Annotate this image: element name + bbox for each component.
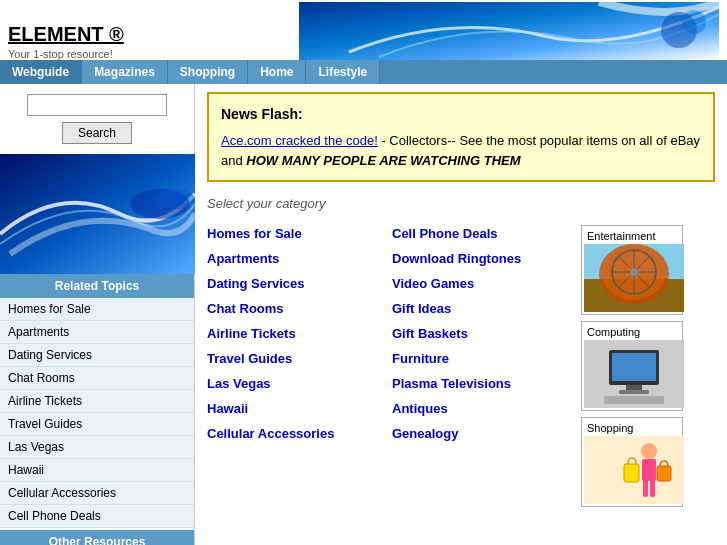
thumb-entertainment[interactable]: Entertainment <box>581 225 683 315</box>
news-flash-body: Ace.com cracked the code! - Collectors--… <box>221 131 701 170</box>
sidebar-links: Homes for Sale Apartments Dating Service… <box>0 298 194 528</box>
svg-point-2 <box>682 10 706 34</box>
sidebar-image <box>0 154 195 274</box>
svg-rect-28 <box>657 466 671 481</box>
sidebar-link-dating[interactable]: Dating Services <box>0 344 194 367</box>
svg-point-15 <box>630 268 638 276</box>
cat-airline-tickets[interactable]: Airline Tickets <box>207 321 392 346</box>
nav-shopping[interactable]: Shopping <box>168 60 248 84</box>
sidebar-link-cellular[interactable]: Cellular Accessories <box>0 482 194 505</box>
sidebar-link-apartments[interactable]: Apartments <box>0 321 194 344</box>
sidebar-link-chat[interactable]: Chat Rooms <box>0 367 194 390</box>
svg-rect-18 <box>612 353 656 381</box>
sidebar-link-cellphone[interactable]: Cell Phone Deals <box>0 505 194 528</box>
cat-gift-ideas[interactable]: Gift Ideas <box>392 296 577 321</box>
cat-gift-baskets[interactable]: Gift Baskets <box>392 321 577 346</box>
sidebar: Search Related Topics H <box>0 84 195 545</box>
main-layout: Search Related Topics H <box>0 84 727 545</box>
svg-rect-19 <box>626 385 642 390</box>
svg-point-5 <box>155 189 195 209</box>
thumb-entertainment-label: Entertainment <box>584 228 680 244</box>
search-box: Search <box>0 84 194 154</box>
cat-homes-for-sale[interactable]: Homes for Sale <box>207 221 392 246</box>
category-col2: Cell Phone Deals Download Ringtones Vide… <box>392 221 577 511</box>
sidebar-link-airline[interactable]: Airline Tickets <box>0 390 194 413</box>
thumb-shopping-label: Shopping <box>584 420 680 436</box>
news-flash: News Flash: Ace.com cracked the code! - … <box>207 92 715 182</box>
sidebar-link-lasvegas[interactable]: Las Vegas <box>0 436 194 459</box>
svg-point-23 <box>641 443 657 459</box>
cat-video-games[interactable]: Video Games <box>392 271 577 296</box>
thumb-computing-label: Computing <box>584 324 680 340</box>
cat-travel-guides[interactable]: Travel Guides <box>207 346 392 371</box>
header-left: ELEMENT ® Your 1-stop resource! <box>8 23 124 60</box>
select-category-label: Select your category <box>207 196 715 211</box>
sidebar-link-homes[interactable]: Homes for Sale <box>0 298 194 321</box>
nav-home[interactable]: Home <box>248 60 306 84</box>
svg-rect-21 <box>604 396 664 404</box>
header-banner <box>299 2 719 60</box>
cat-chat-rooms[interactable]: Chat Rooms <box>207 296 392 321</box>
news-flash-title: News Flash: <box>221 104 701 125</box>
cat-plasma-televisions[interactable]: Plasma Televisions <box>392 371 577 396</box>
right-thumbnails: Entertainment <box>577 221 687 511</box>
site-tagline: Your 1-stop resource! <box>8 48 124 60</box>
cat-download-ringtones[interactable]: Download Ringtones <box>392 246 577 271</box>
svg-rect-27 <box>624 464 639 482</box>
sidebar-link-hawaii[interactable]: Hawaii <box>0 459 194 482</box>
site-title: ELEMENT ® <box>8 23 124 46</box>
category-col1: Homes for Sale Apartments Dating Service… <box>207 221 392 511</box>
cat-cellular-accessories[interactable]: Cellular Accessories <box>207 421 392 446</box>
thumb-entertainment-image <box>584 244 684 312</box>
cat-antiques[interactable]: Antiques <box>392 396 577 421</box>
cat-hawaii[interactable]: Hawaii <box>207 396 392 421</box>
related-topics-header: Related Topics <box>0 274 194 298</box>
nav-magazines[interactable]: Magazines <box>82 60 168 84</box>
cat-genealogy[interactable]: Genealogy <box>392 421 577 446</box>
nav-webguide[interactable]: Webguide <box>0 60 82 84</box>
sidebar-link-travel[interactable]: Travel Guides <box>0 413 194 436</box>
thumb-computing[interactable]: Computing <box>581 321 683 411</box>
svg-rect-20 <box>619 390 649 394</box>
search-input[interactable] <box>27 94 167 116</box>
svg-rect-26 <box>650 479 655 497</box>
content-area: News Flash: Ace.com cracked the code! - … <box>195 84 727 545</box>
cat-las-vegas[interactable]: Las Vegas <box>207 371 392 396</box>
thumb-computing-image <box>584 340 684 408</box>
navbar: Webguide Magazines Shopping Home Lifesty… <box>0 60 727 84</box>
nav-lifestyle[interactable]: Lifestyle <box>306 60 380 84</box>
other-resources-header: Other Resources <box>0 530 194 545</box>
thumb-shopping-image <box>584 436 684 504</box>
cat-cell-phone-deals[interactable]: Cell Phone Deals <box>392 221 577 246</box>
news-body-bold: HOW MANY PEOPLE ARE WATCHING THEM <box>246 153 520 168</box>
cat-apartments[interactable]: Apartments <box>207 246 392 271</box>
search-button[interactable]: Search <box>62 122 132 144</box>
header: ELEMENT ® Your 1-stop resource! <box>0 0 727 60</box>
thumb-shopping[interactable]: Shopping <box>581 417 683 507</box>
cat-furniture[interactable]: Furniture <box>392 346 577 371</box>
cat-dating-services[interactable]: Dating Services <box>207 271 392 296</box>
news-link[interactable]: Ace.com cracked the code! <box>221 133 378 148</box>
svg-rect-24 <box>642 459 656 481</box>
svg-rect-25 <box>643 479 648 497</box>
